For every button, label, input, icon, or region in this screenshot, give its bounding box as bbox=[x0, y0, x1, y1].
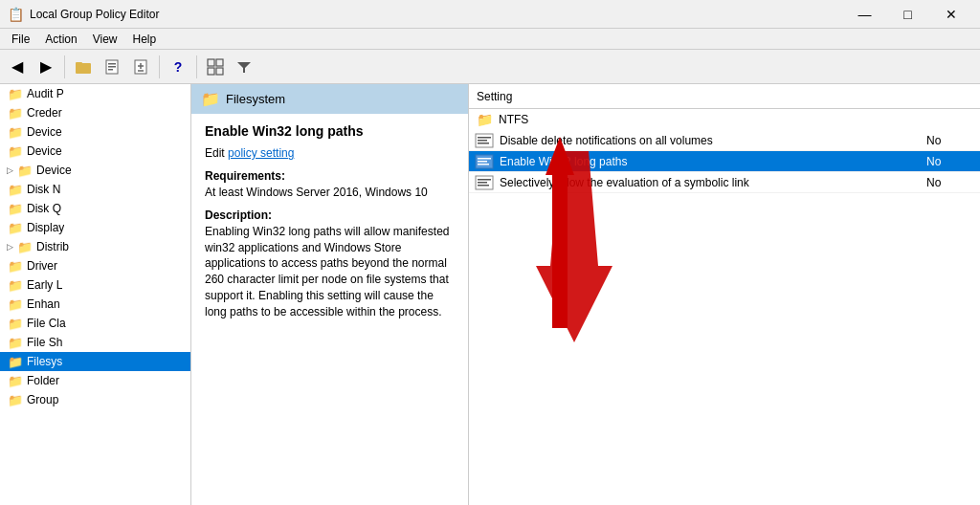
export-button[interactable] bbox=[127, 54, 154, 80]
col-state-header bbox=[923, 93, 980, 100]
titlebar: 📋 Local Group Policy Editor — □ ✕ bbox=[0, 0, 980, 29]
menu-action[interactable]: Action bbox=[37, 31, 84, 48]
tree-item-display[interactable]: 📁 Display bbox=[0, 218, 190, 237]
ntfs-folder-icon: 📁 bbox=[477, 112, 493, 127]
properties-icon bbox=[103, 58, 121, 76]
view-icon bbox=[207, 58, 224, 76]
tree-item-device2[interactable]: 📁 Device bbox=[0, 142, 190, 161]
folder-icon-display: 📁 bbox=[8, 221, 23, 235]
policy-row-1[interactable]: Enable Win32 long paths No bbox=[469, 151, 980, 172]
export-icon bbox=[132, 58, 149, 76]
expand-icon-device3: ▷ bbox=[2, 163, 17, 178]
folder-icon-filesys: 📁 bbox=[8, 355, 23, 369]
policy-row-1-icon bbox=[469, 154, 500, 169]
folder-icon-device3: 📁 bbox=[17, 164, 33, 178]
separator-1 bbox=[64, 55, 65, 78]
tree-item-audit[interactable]: 📁 Audit P bbox=[0, 84, 190, 103]
tree-panel: 📁 Audit P 📁 Creder 📁 Device 📁 Device ▷ 📁… bbox=[0, 84, 191, 505]
tree-item-filesys[interactable]: 📁 Filesys bbox=[0, 352, 190, 371]
menu-file[interactable]: File bbox=[4, 31, 37, 48]
menu-help[interactable]: Help bbox=[125, 31, 165, 48]
right-panel-header: Setting bbox=[469, 84, 980, 109]
policy-row-0-icon bbox=[469, 133, 500, 148]
policy-setting-link[interactable]: policy setting bbox=[228, 146, 294, 160]
requirements-section: Requirements: At least Windows Server 20… bbox=[205, 169, 455, 201]
policy-row-1-state: No bbox=[923, 155, 980, 168]
section-title: Filesystem bbox=[226, 92, 285, 106]
policy-row-2[interactable]: Selectively allow the evaluation of a sy… bbox=[469, 172, 980, 193]
svg-rect-21 bbox=[478, 182, 487, 184]
main-area: 📁 Audit P 📁 Creder 📁 Device 📁 Device ▷ 📁… bbox=[0, 84, 980, 505]
forward-button[interactable]: ▶ bbox=[33, 54, 59, 80]
svg-rect-13 bbox=[478, 140, 487, 142]
middle-panel: 📁 Filesystem Enable Win32 long paths Edi… bbox=[191, 84, 469, 505]
show-hide-button[interactable] bbox=[70, 54, 97, 80]
tree-item-filecla[interactable]: 📁 File Cla bbox=[0, 314, 190, 333]
tree-item-distrib[interactable]: ▷ 📁 Distrib bbox=[0, 237, 190, 256]
folder-icon-device2: 📁 bbox=[8, 144, 23, 159]
tree-item-creder[interactable]: 📁 Creder bbox=[0, 103, 190, 122]
svg-rect-14 bbox=[478, 143, 489, 144]
policy-row-0[interactable]: Disable delete notifications on all volu… bbox=[469, 130, 980, 151]
tree-item-enhan[interactable]: 📁 Enhan bbox=[0, 295, 190, 314]
menu-view[interactable]: View bbox=[85, 31, 125, 48]
menubar: File Action View Help bbox=[0, 29, 980, 50]
requirements-text: At least Windows Server 2016, Windows 10 bbox=[205, 185, 455, 201]
folder-icon bbox=[75, 58, 92, 76]
folder-icon-driver: 📁 bbox=[8, 259, 23, 274]
folder-icon-distrib: 📁 bbox=[17, 240, 33, 254]
svg-rect-7 bbox=[208, 59, 214, 66]
description-section: Description: Enabling Win32 long paths w… bbox=[205, 209, 455, 320]
policy-row-2-label: Selectively allow the evaluation of a sy… bbox=[500, 176, 923, 189]
col-setting-header: Setting bbox=[469, 86, 923, 107]
close-button[interactable]: ✕ bbox=[929, 0, 972, 29]
policy-edit: Edit policy setting bbox=[205, 146, 455, 160]
tree-item-early[interactable]: 📁 Early L bbox=[0, 275, 190, 295]
section-folder-icon: 📁 bbox=[201, 90, 220, 108]
titlebar-controls: — □ ✕ bbox=[843, 0, 972, 29]
policy-title: Enable Win32 long paths bbox=[205, 123, 455, 139]
requirements-title: Requirements: bbox=[205, 169, 455, 183]
svg-rect-17 bbox=[478, 161, 487, 163]
help-button[interactable]: ? bbox=[165, 54, 191, 80]
right-panel: Setting 📁 NTFS Disable delete bbox=[469, 84, 980, 505]
tree-item-folder[interactable]: 📁 Folder bbox=[0, 371, 190, 390]
section-header: 📁 Filesystem bbox=[191, 84, 468, 114]
tree-item-diskq[interactable]: 📁 Disk Q bbox=[0, 199, 190, 218]
folder-icon-enhan: 📁 bbox=[8, 297, 23, 312]
policy-row-2-icon bbox=[469, 175, 500, 190]
policy-row-1-label: Enable Win32 long paths bbox=[500, 155, 923, 168]
back-button[interactable]: ◀ bbox=[4, 54, 31, 80]
svg-rect-16 bbox=[478, 158, 491, 160]
setting-icon-1 bbox=[475, 154, 494, 169]
tree-item-device1[interactable]: 📁 Device bbox=[0, 122, 190, 142]
separator-3 bbox=[196, 55, 197, 78]
svg-rect-8 bbox=[216, 59, 223, 66]
tree-item-filesh[interactable]: 📁 File Sh bbox=[0, 333, 190, 352]
description-title: Description: bbox=[205, 209, 455, 222]
app-title: Local Group Policy Editor bbox=[30, 8, 159, 21]
svg-rect-22 bbox=[478, 185, 489, 187]
folder-icon-diskn: 📁 bbox=[8, 183, 23, 197]
app-icon: 📋 bbox=[8, 7, 24, 22]
view-button[interactable] bbox=[202, 54, 229, 80]
tree-item-group[interactable]: 📁 Group bbox=[0, 390, 190, 409]
maximize-button[interactable]: □ bbox=[886, 0, 929, 29]
properties-button[interactable] bbox=[99, 54, 125, 80]
setting-icon-2 bbox=[475, 175, 494, 190]
svg-rect-18 bbox=[478, 164, 489, 165]
tree-item-device3[interactable]: ▷ 📁 Device bbox=[0, 161, 190, 180]
tree-item-diskn[interactable]: 📁 Disk N bbox=[0, 180, 190, 199]
svg-rect-10 bbox=[216, 68, 223, 75]
separator-2 bbox=[159, 55, 160, 78]
svg-rect-9 bbox=[208, 68, 214, 75]
svg-rect-3 bbox=[108, 63, 116, 65]
filter-button[interactable] bbox=[231, 54, 257, 80]
tree-item-driver[interactable]: 📁 Driver bbox=[0, 256, 190, 275]
svg-rect-12 bbox=[478, 137, 491, 139]
folder-icon-filesh: 📁 bbox=[8, 336, 23, 350]
ntfs-label: NTFS bbox=[499, 113, 528, 126]
folder-icon-diskq: 📁 bbox=[8, 202, 23, 216]
svg-rect-4 bbox=[108, 66, 116, 68]
minimize-button[interactable]: — bbox=[843, 0, 886, 29]
